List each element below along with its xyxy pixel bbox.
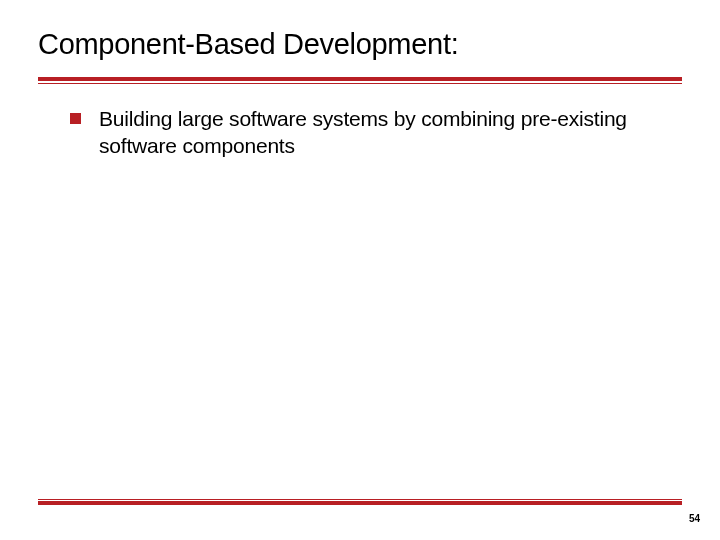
bullet-item: Building large software systems by combi… (70, 106, 650, 160)
slide-title: Component-Based Development: (38, 28, 682, 61)
title-area: Component-Based Development: (0, 0, 720, 71)
footer-line-thick (38, 501, 682, 505)
page-number: 54 (689, 513, 700, 524)
bullet-text: Building large software systems by combi… (99, 106, 650, 160)
title-underline-thick (38, 77, 682, 81)
bullet-square-icon (70, 113, 81, 124)
content-area: Building large software systems by combi… (0, 84, 720, 160)
footer-line-thin (38, 499, 682, 500)
slide: Component-Based Development: Building la… (0, 0, 720, 540)
